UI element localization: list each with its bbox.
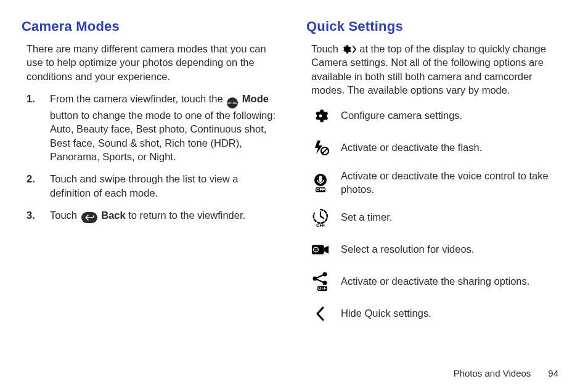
list-number: 1. (27, 92, 50, 163)
list-body: Touch and swipe through the list to view… (50, 172, 282, 200)
heading-camera-modes: Camera Modes (22, 18, 282, 35)
qs-text: Activate or deactivate the flash. (341, 141, 482, 154)
svg-line-26 (317, 279, 324, 282)
list-number: 2. (27, 172, 50, 200)
flash-icon (311, 140, 330, 156)
mode-icon: MODE (227, 97, 238, 108)
list-body: From the camera viewfinder, touch the MO… (50, 92, 282, 163)
svg-point-24 (323, 280, 327, 285)
qs-text: Set a timer. (341, 211, 392, 224)
footer-section: Photos and Videos (454, 368, 531, 378)
quick-settings-list: Configure camera settings. Activate or d… (306, 105, 566, 324)
svg-text:OFF: OFF (316, 223, 325, 227)
list-number: 3. (27, 208, 50, 223)
qs-text: Select a resolution for videos. (341, 243, 474, 256)
svg-line-19 (317, 251, 317, 251)
qs-row: OFF Activate or deactivate the sharing o… (311, 271, 566, 292)
svg-line-21 (317, 248, 317, 248)
svg-point-23 (323, 272, 327, 276)
svg-line-2 (322, 149, 327, 153)
list-body: Touch Back to return to the viewfinder. (50, 208, 282, 223)
qs-row: Hide Quick settings. (311, 303, 566, 324)
heading-quick-settings: Quick Settings (306, 18, 566, 35)
list-item: 2. Touch and swipe through the list to v… (27, 172, 282, 200)
svg-rect-4 (319, 176, 322, 182)
right-column: Quick Settings Touch at the top of the d… (306, 18, 566, 335)
svg-line-18 (314, 248, 315, 248)
svg-line-20 (314, 251, 315, 251)
back-icon (81, 212, 97, 223)
qs-text: Activate or deactivate the voice control… (341, 169, 566, 196)
qs-text: Activate or deactivate the sharing optio… (341, 275, 529, 288)
svg-line-9 (321, 216, 324, 218)
svg-point-22 (313, 276, 317, 280)
quick-settings-intro: Touch at the top of the display to quick… (306, 42, 566, 97)
camera-modes-intro: There are many different camera modes th… (22, 42, 282, 83)
qs-row: Configure camera settings. (311, 105, 566, 126)
svg-text:OFF: OFF (318, 286, 327, 290)
left-column: Camera Modes There are many different ca… (22, 18, 282, 335)
qs-text: Configure camera settings. (341, 109, 462, 122)
gear-chevron-icon (341, 44, 357, 54)
svg-point-0 (319, 115, 322, 118)
voice-icon: OFF (311, 173, 330, 193)
share-icon: OFF (311, 272, 330, 292)
list-item: 1. From the camera viewfinder, touch the… (27, 92, 282, 163)
qs-row: Activate or deactivate the flash. (311, 137, 566, 158)
gear-icon (311, 108, 330, 124)
footer-page-number: 94 (548, 368, 558, 378)
video-icon (311, 243, 330, 256)
svg-text:OFF: OFF (316, 187, 325, 192)
svg-line-25 (317, 275, 324, 278)
page-footer: Photos and Videos 94 (454, 368, 558, 378)
list-item: 3. Touch Back to return to the viewfinde… (27, 208, 282, 223)
qs-row: OFF Activate or deactivate the voice con… (311, 169, 566, 196)
qs-row: Select a resolution for videos. (311, 239, 566, 260)
camera-modes-list: 1. From the camera viewfinder, touch the… (22, 92, 282, 223)
chevron-left-icon (311, 306, 330, 322)
timer-icon: OFF (311, 208, 330, 227)
qs-text: Hide Quick settings. (341, 307, 431, 320)
svg-point-13 (316, 249, 317, 250)
qs-row: OFF Set a timer. (311, 207, 566, 228)
